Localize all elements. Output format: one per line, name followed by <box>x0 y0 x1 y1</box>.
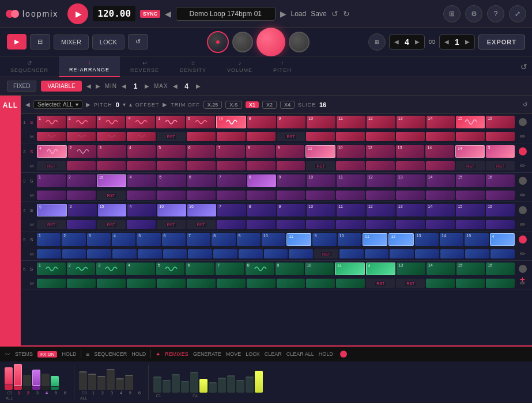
tab-density[interactable]: ≡ DENSITY <box>169 56 217 77</box>
remix-bar-6[interactable] <box>199 379 207 393</box>
clear-btn[interactable]: CLEAR <box>265 351 282 357</box>
track-5-m-seg-18[interactable] <box>465 249 489 258</box>
remix-bar-10[interactable] <box>236 380 244 393</box>
ctrl-next[interactable]: ▶ <box>86 101 90 108</box>
pitch-inc[interactable]: ▴ <box>129 101 132 108</box>
track-3-seg-11[interactable]: 11 <box>337 174 365 187</box>
track-1-seg-13[interactable]: 13 <box>397 116 425 128</box>
remixes-tab[interactable]: REMIXES <box>165 351 188 357</box>
track-5-seg-4[interactable]: 4 <box>112 233 135 246</box>
track-4-m-seg-9[interactable] <box>277 220 305 229</box>
track-4-m-seg-13[interactable] <box>396 220 425 229</box>
track-3-edit-icon[interactable]: ✏ <box>520 191 526 199</box>
track-6-seg-11[interactable]: 14 <box>335 263 365 275</box>
track-5-m-seg-11[interactable] <box>289 249 313 258</box>
track-3-m-seg-14[interactable] <box>426 191 455 200</box>
track-5-seg-19[interactable]: 4 <box>490 233 515 246</box>
track-3-m-seg-2[interactable] <box>67 191 96 200</box>
help-icon-btn[interactable]: ? <box>487 5 504 22</box>
track-5-seg-17[interactable]: 14 <box>440 233 463 246</box>
track-5-seg-9[interactable]: 9 <box>237 233 261 246</box>
track-2-seg-3[interactable]: 3 <box>97 145 126 158</box>
track-5-m-seg-14[interactable] <box>365 249 389 258</box>
remix-dot[interactable] <box>340 351 347 358</box>
counter1-inc[interactable]: ▶ <box>415 39 420 45</box>
track-3-seg-8[interactable]: 8 <box>247 174 276 187</box>
track-6-seg-10[interactable]: 10 <box>305 263 334 275</box>
x25-badge[interactable]: X.25 <box>203 101 222 109</box>
track-6-seg-9[interactable]: 9 <box>276 263 304 275</box>
track-6-m-seg-10[interactable] <box>306 279 335 288</box>
track-2-m-seg-5[interactable] <box>157 161 186 170</box>
track-6-seg-12[interactable]: 4 <box>366 263 396 275</box>
track-4-seg-10[interactable]: 10 <box>307 204 335 216</box>
seq-bar-3[interactable] <box>97 376 105 390</box>
stem-bar-2[interactable] <box>14 364 22 390</box>
track-1-m-seg-6[interactable] <box>187 132 216 141</box>
fx-knob-1[interactable] <box>207 31 229 53</box>
pitch-dec[interactable]: ▾ <box>123 101 126 108</box>
track-2-m-seg-12[interactable] <box>366 161 395 170</box>
track-1-seg-8[interactable]: 8 <box>247 116 276 128</box>
track-3-m-seg-13[interactable] <box>396 191 425 200</box>
track-4-seg-8[interactable]: 8 <box>247 204 276 216</box>
track-1-seg-7[interactable]: 16 <box>216 116 246 128</box>
remix-bar-11[interactable] <box>246 377 254 393</box>
min-inc[interactable]: ▶ <box>145 83 149 89</box>
x4-badge[interactable]: X4 <box>280 101 295 109</box>
track-5-m-seg-17[interactable] <box>440 249 465 258</box>
track-1-dot[interactable] <box>519 118 527 126</box>
track-5-seg-2[interactable]: 2 <box>62 233 85 246</box>
track-2-seg-12[interactable]: 12 <box>366 145 395 158</box>
track-2-m-seg-3[interactable] <box>97 161 126 170</box>
track-1-m-seg-15[interactable] <box>456 132 485 141</box>
remix-bar-3[interactable] <box>172 374 180 393</box>
remix-bar-8[interactable] <box>218 378 226 393</box>
add-track-button[interactable]: + <box>520 275 525 285</box>
track-2-dot[interactable] <box>519 147 527 155</box>
track-4-seg-5[interactable]: 10 <box>157 204 186 216</box>
tab-sequencer[interactable]: ↺ SEQUENCER <box>0 56 59 77</box>
track-5-seg-14[interactable]: 11 <box>363 233 387 246</box>
track-2-seg-16[interactable]: 3 <box>486 145 515 158</box>
track-1-seg-9[interactable]: 9 <box>277 116 306 128</box>
stem-bar-1[interactable] <box>5 367 13 390</box>
track-2-seg-6[interactable]: 6 <box>187 145 216 158</box>
track-1-seg-12[interactable]: 12 <box>367 116 395 128</box>
track-4-seg-1[interactable]: 9 <box>37 204 67 216</box>
track-3-m-seg-16[interactable] <box>486 191 515 200</box>
stems-tab[interactable]: STEMS <box>15 351 33 357</box>
remix-bar-4[interactable] <box>181 381 189 393</box>
track-5-m-seg-9[interactable] <box>239 249 263 258</box>
track-2-m-seg-14[interactable] <box>426 161 455 170</box>
track-3-m-seg-11[interactable] <box>336 191 365 200</box>
track-6-seg-3[interactable]: 3 <box>96 263 125 275</box>
track-6-m-seg-16[interactable] <box>486 279 515 288</box>
counter2-inc[interactable]: ▶ <box>465 39 470 45</box>
track-4-seg-3[interactable]: 15 <box>98 204 127 216</box>
track-2-seg-4[interactable]: 4 <box>127 145 156 158</box>
track-2-m-seg-13[interactable] <box>396 161 425 170</box>
track-4-seg-6[interactable]: 16 <box>187 204 216 216</box>
track-2-seg-1[interactable]: 4 <box>37 145 67 158</box>
track-6-m-seg-3[interactable] <box>97 279 126 288</box>
track-1-m-seg-7[interactable] <box>217 132 246 141</box>
track-6-seg-13[interactable]: 13 <box>397 263 425 275</box>
tab-reverse[interactable]: ↩ REVERSE <box>120 56 169 77</box>
refresh-ctrl[interactable]: ↺ <box>523 101 527 108</box>
track-4-m-seg-11[interactable] <box>336 220 365 229</box>
track-6-m-seg-9[interactable] <box>277 279 305 288</box>
track-4-m-seg-14[interactable] <box>426 220 455 229</box>
track-1-seg-2[interactable]: 2 <box>67 116 96 128</box>
seq-bar-1[interactable] <box>79 371 87 390</box>
track-2-m-seg-11[interactable] <box>336 161 365 170</box>
track-5-m-seg-8[interactable] <box>213 249 237 258</box>
var-next[interactable]: ▶ <box>96 83 100 89</box>
track-1-m-seg-14[interactable] <box>426 132 455 141</box>
seq-bar-2[interactable] <box>88 374 96 390</box>
remix-bar-9[interactable] <box>227 375 235 393</box>
track-2-seg-2[interactable]: 2 <box>68 145 97 158</box>
track-3-m-seg-9[interactable] <box>277 191 305 200</box>
main-trigger-button[interactable] <box>256 28 285 56</box>
track-5-seg-1[interactable]: 1 <box>37 233 61 246</box>
